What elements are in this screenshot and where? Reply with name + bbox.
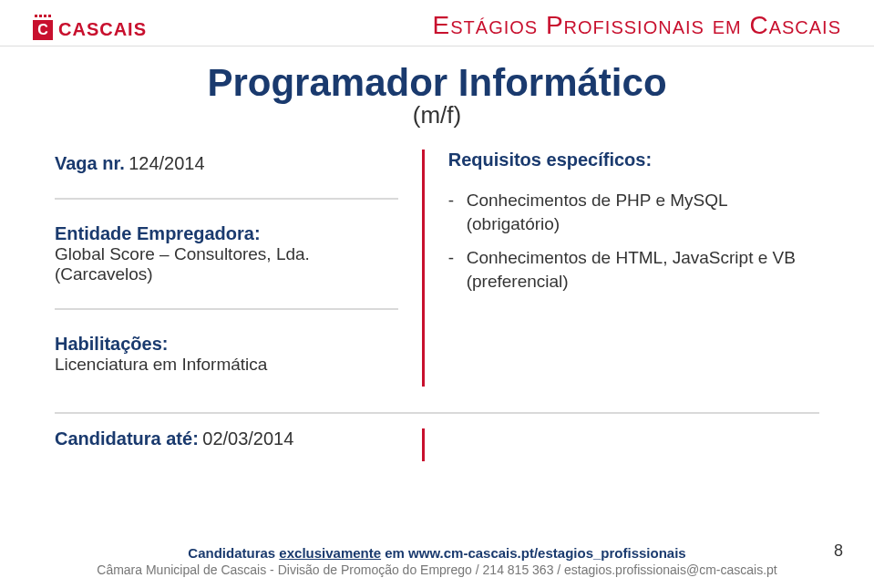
deadline-row: Candidatura até: 02/03/2014 (55, 412, 819, 461)
vacancy-block: Vaga nr. 124/2014 (55, 150, 398, 178)
deadline-block: Candidatura até: 02/03/2014 (55, 428, 422, 461)
employer-block: Entidade Empregadora: Global Score – Con… (55, 220, 398, 288)
header: C CASCAIS Estágios Profissionais em Casc… (0, 0, 874, 46)
vacancy-label: Vaga nr. (55, 153, 125, 173)
content-columns: Vaga nr. 124/2014 Entidade Empregadora: … (55, 150, 819, 387)
brand-logo: C CASCAIS (33, 19, 147, 40)
divider-vertical (422, 428, 425, 461)
logo-mark-icon: C (33, 20, 53, 40)
footer-apply-text: Candidaturas exclusivamente em www.cm-ca… (0, 545, 874, 561)
page-number: 8 (834, 542, 843, 561)
requirements-list: Conhecimentos de PHP e MySQL (obrigatóri… (448, 183, 819, 299)
logo-dots-icon (35, 15, 51, 17)
footer-underline: exclusivamente (279, 545, 381, 561)
footer: Candidaturas exclusivamente em www.cm-ca… (0, 545, 874, 577)
requirements-label: Requisitos específicos: (448, 150, 819, 170)
brand-name: CASCAIS (58, 19, 147, 40)
job-title: Programador Informático (55, 61, 819, 105)
footer-prefix: Candidaturas (188, 545, 279, 561)
employer-location: (Carcavelos) (55, 264, 398, 284)
qualifications-label: Habilitações: (55, 334, 398, 355)
footer-mid: em (381, 545, 408, 561)
list-item: Conhecimentos de PHP e MySQL (obrigatóri… (448, 183, 819, 241)
logo-letter: C (33, 20, 53, 40)
qualifications-block: Habilitações: Licenciatura em Informátic… (55, 330, 398, 378)
main-content: Programador Informático (m/f) Vaga nr. 1… (0, 46, 874, 470)
list-item: Conhecimentos de HTML, JavaScript e VB (… (448, 241, 819, 298)
vacancy-number: 124/2014 (129, 153, 204, 173)
left-column: Vaga nr. 124/2014 Entidade Empregadora: … (55, 150, 422, 387)
employer-label: Entidade Empregadora: (55, 223, 398, 244)
right-column: Requisitos específicos: Conhecimentos de… (422, 150, 819, 387)
deadline-label: Candidatura até: (55, 428, 199, 449)
program-title: Estágios Profissionais em Cascais (147, 11, 841, 40)
divider (55, 198, 398, 200)
deadline-date: 02/03/2014 (202, 428, 293, 449)
qualifications-value: Licenciatura em Informática (55, 355, 398, 375)
footer-contact: Câmara Municipal de Cascais - Divisão de… (0, 562, 874, 577)
divider (55, 308, 398, 310)
employer-name: Global Score – Consultores, Lda. (55, 244, 398, 264)
job-subtitle: (m/f) (55, 101, 819, 129)
footer-link: www.cm-cascais.pt/estagios_profissionais (408, 545, 686, 561)
